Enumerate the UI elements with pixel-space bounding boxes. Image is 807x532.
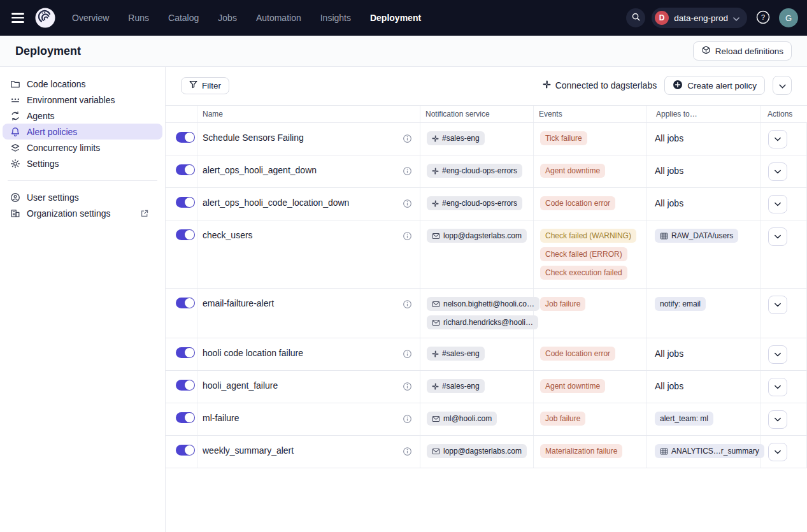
- email-icon: [432, 232, 440, 240]
- event-chip: Tick failure: [540, 131, 587, 145]
- notification-chip: ml@hooli.com: [427, 412, 497, 426]
- event-chip: Code location error: [540, 347, 615, 361]
- more-options-button[interactable]: [773, 76, 792, 95]
- alert-enabled-toggle[interactable]: [176, 164, 195, 175]
- column-events: Events: [534, 106, 647, 122]
- user-avatar[interactable]: G: [779, 8, 798, 27]
- notification-chip: #sales-eng: [427, 379, 485, 393]
- slack-icon: [543, 80, 551, 90]
- alert-enabled-toggle[interactable]: [176, 380, 195, 391]
- applies-chip: ANALYTICS…r_summary: [655, 444, 764, 458]
- connected-status: Connected to dagsterlabs: [543, 80, 657, 90]
- info-icon[interactable]: [403, 134, 412, 143]
- table-row: check_users lopp@dagsterlabs.com Check f…: [166, 220, 807, 289]
- event-chip: Agent downtime: [540, 379, 605, 393]
- create-alert-policy-button[interactable]: Create alert policy: [664, 76, 765, 95]
- info-icon[interactable]: [403, 199, 412, 208]
- table-header: Name Notification service Events Applies…: [166, 105, 807, 123]
- svg-text:?: ?: [761, 13, 765, 21]
- workspace-badge: D: [655, 11, 669, 25]
- event-chip: Job failure: [540, 412, 585, 426]
- sidebar-item-settings[interactable]: Settings: [3, 155, 162, 171]
- alert-enabled-toggle[interactable]: [176, 229, 195, 240]
- applies-to-text: All jobs: [655, 379, 683, 393]
- table-row: ml-failure ml@hooli.com Job failure aler…: [166, 403, 807, 436]
- row-actions-button[interactable]: [768, 162, 787, 181]
- row-actions-button[interactable]: [768, 195, 787, 213]
- nav-item-catalog[interactable]: Catalog: [161, 9, 206, 27]
- notification-chip: lopp@dagsterlabs.com: [427, 444, 527, 458]
- sidebar-item-environment-variables[interactable]: Environment variables: [3, 92, 162, 108]
- dagster-logo-icon[interactable]: [34, 7, 56, 29]
- applies-chip: RAW_DATA/users: [655, 229, 738, 243]
- package-reload-icon: [701, 45, 711, 57]
- info-icon[interactable]: [403, 299, 412, 309]
- sidebar-item-code-locations[interactable]: Code locations: [3, 76, 162, 92]
- sidebar-item-label: Settings: [27, 159, 59, 169]
- applies-to-text: All jobs: [655, 164, 683, 178]
- applies-chip: notify: email: [655, 297, 706, 311]
- nav-item-jobs[interactable]: Jobs: [211, 9, 244, 27]
- nav-item-insights[interactable]: Insights: [313, 9, 358, 27]
- table-icon: [660, 232, 668, 240]
- info-icon[interactable]: [403, 231, 412, 241]
- sidebar-item-label: User settings: [27, 192, 79, 203]
- sidebar-item-concurrency-limits[interactable]: Concurrency limits: [3, 140, 162, 155]
- applies-to-text: All jobs: [655, 347, 683, 361]
- slack-icon: [432, 200, 439, 207]
- gear-icon: [10, 159, 20, 169]
- alert-policies-toolbar: Filter Connected to dagsterlabs Create a…: [166, 67, 807, 105]
- help-button[interactable]: ?: [753, 8, 773, 27]
- alert-enabled-toggle[interactable]: [176, 347, 195, 358]
- filter-button[interactable]: Filter: [181, 77, 229, 94]
- applies-to-text: All jobs: [655, 196, 683, 210]
- sidebar-item-alert-policies[interactable]: Alert policies: [3, 124, 162, 140]
- table-row: Schedule Sensors Failing #sales-eng Tick…: [166, 123, 807, 155]
- row-actions-button[interactable]: [768, 296, 787, 314]
- notification-chip: #eng-cloud-ops-errors: [427, 164, 522, 178]
- info-icon[interactable]: [403, 382, 412, 391]
- sidebar-item-organization-settings[interactable]: Organization settings: [3, 205, 162, 221]
- sidebar-item-user-settings[interactable]: User settings: [3, 189, 162, 205]
- nav-item-runs[interactable]: Runs: [121, 9, 156, 27]
- info-icon[interactable]: [403, 414, 412, 424]
- nav-item-overview[interactable]: Overview: [65, 9, 116, 27]
- slack-icon: [432, 135, 439, 142]
- row-actions-button[interactable]: [768, 410, 787, 429]
- row-actions-button[interactable]: [768, 227, 787, 246]
- nav-item-automation[interactable]: Automation: [249, 9, 308, 27]
- alert-enabled-toggle[interactable]: [176, 132, 195, 143]
- alert-policy-name: Schedule Sensors Failing: [203, 133, 304, 143]
- nav-item-deployment[interactable]: Deployment: [363, 9, 428, 27]
- info-icon[interactable]: [403, 349, 412, 359]
- alert-enabled-toggle[interactable]: [176, 445, 195, 456]
- table-icon: [660, 447, 668, 456]
- row-actions-button[interactable]: [768, 443, 787, 461]
- alert-policy-name: hooli_agent_failure: [203, 380, 278, 391]
- help-icon: ?: [756, 10, 770, 26]
- alert-enabled-toggle[interactable]: [176, 298, 195, 308]
- workspace-name: data-eng-prod: [674, 13, 728, 23]
- row-actions-button[interactable]: [768, 345, 787, 364]
- applies-chip: alert_team: ml: [655, 412, 713, 426]
- chevron-down-icon: [733, 13, 739, 23]
- row-actions-button[interactable]: [768, 130, 787, 148]
- info-icon[interactable]: [403, 447, 412, 456]
- alert-enabled-toggle[interactable]: [176, 197, 195, 208]
- workspace-switcher[interactable]: D data-eng-prod: [652, 8, 747, 28]
- alert-enabled-toggle[interactable]: [176, 412, 195, 423]
- event-chip: Check failed (WARNING): [540, 229, 636, 243]
- plus-circle-icon: [673, 80, 683, 92]
- sidebar-item-label: Agents: [27, 111, 55, 121]
- reload-definitions-button[interactable]: Reload definitions: [693, 41, 792, 61]
- event-chip: Materialization failure: [540, 444, 622, 458]
- info-icon[interactable]: [403, 166, 412, 176]
- search-icon: [631, 12, 641, 24]
- search-button[interactable]: [626, 8, 645, 27]
- row-actions-button[interactable]: [768, 378, 787, 396]
- table-row: weekly_summary_alert lopp@dagsterlabs.co…: [166, 436, 807, 468]
- sidebar-item-agents[interactable]: Agents: [3, 108, 162, 124]
- page-header: Deployment Reload definitions: [0, 36, 807, 67]
- hamburger-menu-icon[interactable]: [9, 8, 28, 27]
- alert-policy-name: alert_ops_hooli_code_location_down: [203, 198, 349, 208]
